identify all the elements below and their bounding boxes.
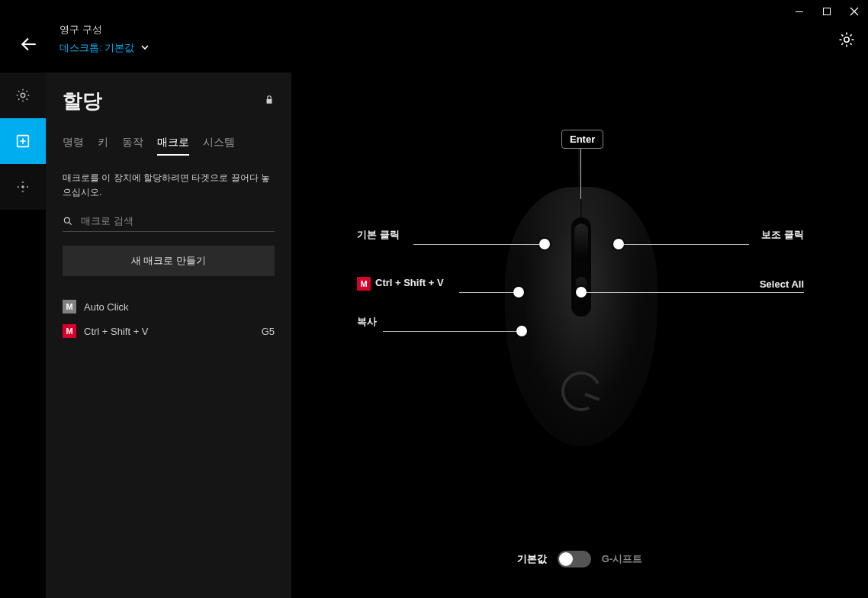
profile-selector[interactable]: 데스크톱: 기본값	[59, 41, 149, 55]
minimize-icon	[795, 7, 804, 16]
mouse-body	[505, 187, 657, 446]
assignment-g5[interactable]: MCtrl + Shift + V	[357, 277, 444, 291]
svg-rect-1	[824, 8, 831, 15]
node-left-click[interactable]	[539, 239, 550, 249]
gshift-toggle[interactable]	[558, 551, 591, 567]
node-g4[interactable]	[516, 326, 527, 336]
macro-search[interactable]	[63, 211, 275, 232]
search-icon	[63, 216, 73, 227]
config-title: 영구 구성	[59, 23, 149, 37]
mouse-viewer: Enter 기본 클릭 보조 클릭 MCtrl + Shift + V 복사	[291, 72, 868, 598]
macro-badge-icon: M	[357, 277, 371, 291]
rail-sensitivity[interactable]	[0, 164, 46, 210]
macro-item[interactable]: M Ctrl + Shift + V G5	[63, 319, 275, 343]
macro-search-input[interactable]	[81, 215, 275, 227]
profile-label: 데스크톱: 기본값	[59, 41, 134, 55]
svg-point-2	[844, 37, 849, 42]
macro-name: Ctrl + Shift + V	[84, 326, 262, 337]
tab-keys[interactable]: 키	[98, 136, 108, 156]
macro-badge-icon: M	[63, 324, 76, 338]
svg-rect-0	[796, 11, 803, 12]
scroll-wheel	[574, 223, 588, 262]
gshift-default-label: 기본값	[517, 552, 547, 566]
node-g5[interactable]	[513, 287, 524, 297]
svg-point-5	[22, 186, 24, 188]
macro-name: Auto Click	[84, 301, 275, 313]
drag-hint: 매크로를 이 장치에 할당하려면 타겟으로 끌어다 놓으십시오.	[63, 171, 275, 200]
move-icon	[14, 178, 31, 195]
plus-box-icon	[14, 133, 31, 150]
gear-icon	[837, 31, 856, 49]
macro-badge-icon: M	[63, 300, 76, 313]
macro-item[interactable]: M Auto Click	[63, 294, 275, 319]
lock-icon	[264, 95, 275, 108]
rail-assignments[interactable]	[0, 118, 46, 164]
node-dpi[interactable]	[576, 287, 587, 297]
gshift-alt-label: G-시프트	[602, 552, 642, 566]
svg-rect-6	[267, 98, 272, 103]
brightness-icon	[14, 87, 31, 104]
g-logo-icon	[556, 366, 607, 417]
maximize-icon	[822, 7, 831, 16]
assignment-scroll-click[interactable]: Enter	[561, 130, 603, 149]
sidebar-title: 할당	[63, 88, 102, 114]
tab-macros[interactable]: 매크로	[157, 136, 189, 156]
new-macro-button[interactable]: 새 매크로 만들기	[63, 246, 275, 276]
rail-lighting[interactable]	[0, 72, 46, 118]
node-right-click[interactable]	[613, 239, 624, 249]
macro-slot: G5	[262, 326, 275, 337]
svg-point-7	[64, 217, 69, 223]
back-button[interactable]	[14, 29, 44, 59]
assignment-dpi[interactable]: Select All	[760, 278, 804, 290]
tab-actions[interactable]: 동작	[122, 136, 143, 156]
assignment-type-tabs: 명령 키 동작 매크로 시스템	[63, 136, 275, 156]
assignment-left-click[interactable]: 기본 클릭	[357, 228, 400, 242]
tab-commands[interactable]: 명령	[63, 136, 84, 156]
chevron-down-icon	[140, 41, 149, 55]
assignment-right-click[interactable]: 보조 클릭	[761, 228, 804, 242]
settings-button[interactable]	[837, 31, 856, 52]
assignment-g4[interactable]: 복사	[357, 315, 377, 329]
svg-point-3	[21, 93, 25, 98]
tab-system[interactable]: 시스템	[203, 136, 235, 156]
assignment-g5-label: Ctrl + Shift + V	[375, 277, 444, 288]
back-arrow-icon	[19, 34, 39, 54]
close-icon	[850, 7, 859, 16]
